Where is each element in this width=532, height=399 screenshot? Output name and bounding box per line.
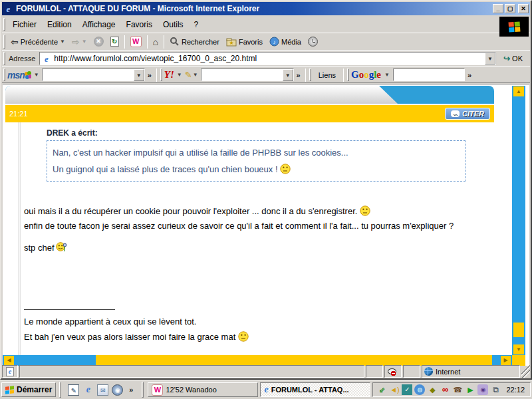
yahoo-pencil-dropdown-icon[interactable]: ▼ <box>193 72 198 78</box>
status-pane-empty <box>403 365 420 378</box>
address-dropdown-icon[interactable]: ▼ <box>485 53 495 65</box>
wanadoo-button[interactable]: W <box>127 35 145 49</box>
address-bar: Adresse e http://www.forumlol.com/viewto… <box>2 50 530 66</box>
google-toolbar-grip[interactable] <box>347 68 349 81</box>
zone-label: Internet <box>436 368 460 376</box>
back-dropdown-icon[interactable]: ▼ <box>60 39 65 45</box>
task-wanadoo[interactable]: W 12'52 Wanadoo <box>148 382 258 397</box>
history-button[interactable] <box>305 35 321 49</box>
toolbar-separator <box>305 68 306 82</box>
signature-line-1: Le monde appartient à ceux qui se lèvent… <box>24 317 196 327</box>
post-body: DREK a écrit: Nan, c'est un hacker impul… <box>5 123 494 366</box>
menu-favoris[interactable]: Favoris <box>121 18 158 31</box>
msn-dropdown-icon[interactable]: ▼ <box>34 72 39 78</box>
resize-grip[interactable] <box>521 365 530 378</box>
msn-search-dropdown-icon[interactable]: ▼ <box>134 69 144 81</box>
links-button[interactable]: Liens <box>313 70 341 80</box>
internet-explorer-icon[interactable]: e <box>82 384 94 396</box>
menu-aide[interactable]: ? <box>189 18 204 31</box>
vertical-scrollbar[interactable]: ▲ ▼ <box>512 86 525 355</box>
links-grip[interactable] <box>309 68 311 81</box>
menu-edition[interactable]: Edition <box>42 18 77 31</box>
tray-modem-icon[interactable]: ∞ <box>440 384 450 395</box>
google-logo[interactable]: Google <box>351 70 381 80</box>
yahoo-search-dropdown-icon[interactable]: ▼ <box>283 69 293 81</box>
signature-block: Le monde appartient à ceux qui se lèvent… <box>24 309 494 344</box>
task-forumlol[interactable]: e FORUMLOL - ATTAQ... <box>260 382 370 397</box>
google-overflow-chevron[interactable]: » <box>465 71 474 79</box>
tray-network-icon[interactable]: ⧉ <box>490 384 501 395</box>
msn-logo[interactable]: msn <box>7 70 25 80</box>
privacy-report-icon[interactable] <box>387 367 396 376</box>
forward-dropdown-icon: ▼ <box>82 39 87 45</box>
yahoo-dropdown-icon[interactable]: ▼ <box>177 72 182 78</box>
windows-logo-icon <box>5 386 14 394</box>
menu-affichage[interactable]: Affichage <box>77 18 121 31</box>
minimize-button[interactable]: _ <box>493 4 503 13</box>
tray-removal-icon[interactable]: ⇙ <box>376 384 387 395</box>
screen: e FORUMLOL - ATTAQUE DU FORUM - Microsof… <box>0 0 532 399</box>
wanadoo-icon: W <box>130 36 142 47</box>
yahoo-logo[interactable]: Y! <box>164 70 174 80</box>
address-input[interactable]: e http://www.forumlol.com/viewtopic_1670… <box>39 52 496 65</box>
google-search-input[interactable] <box>393 68 465 81</box>
tray-dialer-icon[interactable]: ☎ <box>452 384 463 395</box>
start-button[interactable]: Démarrer <box>1 382 56 397</box>
media-player-icon[interactable]: ◉ <box>112 384 123 396</box>
toolbar-grip[interactable] <box>3 35 5 49</box>
menu-outils[interactable]: Outils <box>158 18 189 31</box>
taskbar-clock: 22:12 <box>506 386 525 394</box>
tray-display-icon[interactable]: ◆ <box>427 384 438 395</box>
addressbar-grip[interactable] <box>3 52 5 65</box>
msn-search-input[interactable]: ▼ <box>42 68 145 81</box>
speech-bubble-icon: ... <box>451 110 460 117</box>
rolleyes-smiley-icon <box>280 164 291 174</box>
tray-antivirus-icon[interactable]: ✓ <box>402 384 412 395</box>
show-desktop-icon[interactable]: ✎ <box>68 384 79 396</box>
yahoo-pencil-icon[interactable]: ✎ <box>185 70 192 80</box>
message-text: oui mais il a du récupérer un cookie pou… <box>24 204 476 233</box>
quicklaunch-chevron[interactable]: » <box>126 386 136 394</box>
menu-fichier[interactable]: Fichier <box>7 18 42 31</box>
msn-toolbar-grip[interactable] <box>3 68 5 81</box>
signature-line-2: Et bah j'en veux pas alors laisser moi f… <box>24 332 235 342</box>
favorites-button[interactable]: ★ Favoris <box>223 35 266 49</box>
scroll-down-icon[interactable]: ▼ <box>513 344 524 354</box>
quote-post-button[interactable]: ... CITER <box>445 108 490 120</box>
tray-volume-icon[interactable]: ◄) <box>389 384 400 395</box>
quick-launch: ✎ e ✉ ◉ » <box>65 384 138 396</box>
go-button[interactable]: ↪ OK <box>499 52 527 65</box>
forum-header-tab <box>5 86 494 104</box>
yahoo-search-input[interactable]: ▼ <box>201 68 294 81</box>
toolbar-separator <box>124 35 125 49</box>
forward-button[interactable]: ⇨ ▼ <box>68 35 90 49</box>
menubar-grip[interactable] <box>3 18 5 31</box>
quicklaunch-grip[interactable] <box>59 382 61 398</box>
back-button[interactable]: ⇦ Précédente ▼ <box>7 35 68 49</box>
task-forumlol-label: FORUMLOL - ATTAQ... <box>271 386 349 394</box>
stop-button[interactable]: ✕ <box>90 35 107 49</box>
search-button[interactable]: Rechercher <box>166 35 223 49</box>
refresh-button[interactable]: ↻ <box>107 35 122 49</box>
post-header-bar: 21:21 ... CITER <box>5 105 494 122</box>
google-dropdown-icon[interactable]: ▼ <box>384 72 390 78</box>
yahoo-overflow-chevron[interactable]: » <box>294 71 303 79</box>
home-button[interactable]: ⌂ <box>150 35 162 49</box>
tray-player-icon[interactable]: ▶ <box>465 384 475 395</box>
yahoo-toolbar-grip[interactable] <box>160 68 162 81</box>
tasks-grip[interactable] <box>142 382 144 398</box>
msn-overflow-chevron[interactable]: » <box>145 71 154 79</box>
address-url[interactable]: http://www.forumlol.com/viewtopic_16700_… <box>54 54 482 63</box>
outlook-express-icon[interactable]: ✉ <box>97 384 108 396</box>
vertical-scroll-thumb[interactable] <box>513 323 524 337</box>
standard-toolbar: ⇦ Précédente ▼ ⇨ ▼ ✕ ↻ W ⌂ <box>2 33 530 50</box>
tray-webcam-icon[interactable]: ◉ <box>477 384 488 395</box>
windows-throbber-icon <box>499 17 529 37</box>
media-button[interactable]: ♪ Média <box>266 35 305 49</box>
scroll-up-icon[interactable]: ▲ <box>513 86 524 96</box>
close-button[interactable]: ✕ <box>518 4 529 13</box>
back-arrow-icon: ⇦ <box>11 37 19 47</box>
tray-network-globe-icon[interactable]: ◍ <box>414 384 425 395</box>
maximize-button[interactable]: ▢ <box>505 4 515 13</box>
window-title: FORUMLOL - ATTAQUE DU FORUM - Microsoft … <box>16 4 491 13</box>
